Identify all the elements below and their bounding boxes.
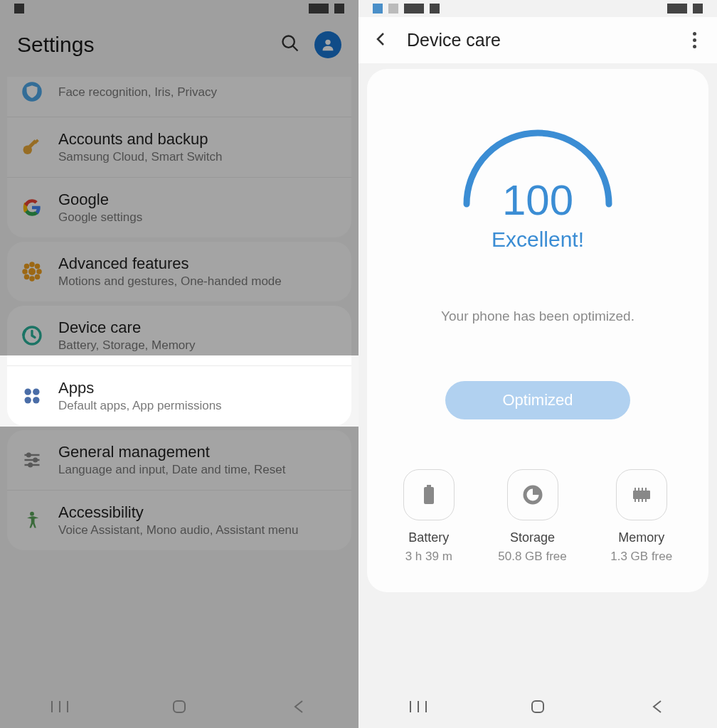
svg-point-17 <box>25 389 31 395</box>
svg-point-24 <box>27 454 31 457</box>
accessibility-icon <box>20 508 44 532</box>
stat-value: 50.8 GB free <box>498 550 566 564</box>
stat-storage[interactable]: Storage 50.8 GB free <box>498 469 566 564</box>
svg-point-0 <box>283 36 294 48</box>
settings-item-title: Accounts and backup <box>58 130 339 149</box>
optimize-button[interactable]: Optimized <box>445 381 630 419</box>
status-bar <box>358 0 717 17</box>
settings-item-title: Accessibility <box>58 503 339 522</box>
settings-item-title: Google <box>58 191 339 209</box>
device-care-icon <box>20 323 44 348</box>
settings-item-title: General management <box>58 443 339 461</box>
score-label: Excellent! <box>492 228 584 252</box>
svg-rect-37 <box>638 488 639 491</box>
left-phone-settings: Settings Face recognition, Iris, Privacy <box>0 0 358 728</box>
settings-group: Face recognition, Iris, Privacy Accounts… <box>7 77 351 237</box>
optimized-message: Your phone has been optimized. <box>441 309 634 324</box>
stat-memory[interactable]: Memory 1.3 GB free <box>610 469 672 564</box>
settings-item-device-care[interactable]: Device care Battery, Storage, Memory <box>7 306 351 366</box>
page-title: Settings <box>17 33 94 57</box>
settings-item-subtitle: Language and input, Date and time, Reset <box>58 463 339 477</box>
settings-item-subtitle: Samsung Cloud, Smart Switch <box>58 150 339 164</box>
settings-item-title: Advanced features <box>58 255 339 273</box>
svg-rect-39 <box>645 488 647 491</box>
recents-button[interactable] <box>404 692 432 721</box>
stats-row: Battery 3 h 39 m Storage 50.8 GB free Me… <box>381 469 694 564</box>
device-care-card: 100 Excellent! Your phone has been optim… <box>367 69 708 592</box>
svg-point-8 <box>29 262 35 267</box>
shield-icon <box>20 80 44 104</box>
svg-point-11 <box>36 269 42 274</box>
key-icon <box>20 135 44 159</box>
svg-rect-47 <box>532 701 543 712</box>
svg-point-10 <box>22 269 28 274</box>
right-phone-device-care: Device care 100 Excellent! Your phone ha… <box>358 0 717 728</box>
settings-item-accounts[interactable]: Accounts and backup Samsung Cloud, Smart… <box>7 117 351 178</box>
svg-rect-33 <box>427 485 431 487</box>
storage-icon <box>507 469 558 520</box>
settings-item-apps[interactable]: Apps Default apps, App permissions <box>7 366 351 426</box>
settings-item-title: Apps <box>58 379 339 397</box>
stat-label: Memory <box>618 530 664 545</box>
svg-line-1 <box>293 46 298 51</box>
settings-item-subtitle: Google settings <box>58 210 339 225</box>
svg-point-2 <box>325 40 330 45</box>
settings-item-general[interactable]: General management Language and input, D… <box>7 430 351 491</box>
svg-point-26 <box>28 464 32 467</box>
home-button[interactable] <box>524 692 552 721</box>
svg-point-12 <box>24 264 30 269</box>
search-icon[interactable] <box>280 33 300 56</box>
more-icon[interactable] <box>686 32 703 48</box>
svg-point-15 <box>35 274 41 280</box>
device-care-header: Device care <box>358 17 717 63</box>
svg-point-7 <box>28 268 36 275</box>
settings-group: Advanced features Motions and gestures, … <box>7 242 351 301</box>
google-icon <box>20 196 44 220</box>
settings-group: General management Language and input, D… <box>7 430 351 550</box>
svg-point-27 <box>30 512 34 516</box>
svg-rect-40 <box>634 499 636 502</box>
profile-avatar[interactable] <box>314 31 341 58</box>
settings-item-google[interactable]: Google Google settings <box>7 178 351 237</box>
sliders-icon <box>20 448 44 472</box>
back-icon[interactable] <box>373 31 407 50</box>
svg-rect-43 <box>645 499 647 502</box>
back-button[interactable] <box>643 692 671 721</box>
settings-header: Settings <box>0 17 358 73</box>
stat-value: 1.3 GB free <box>610 550 672 564</box>
stat-label: Battery <box>408 530 449 545</box>
settings-item-subtitle: Battery, Storage, Memory <box>58 338 339 353</box>
back-button[interactable] <box>285 692 313 721</box>
home-button[interactable] <box>165 692 193 721</box>
recents-button[interactable] <box>46 692 74 721</box>
svg-rect-35 <box>633 491 650 499</box>
svg-rect-41 <box>638 499 639 502</box>
svg-point-18 <box>33 389 39 395</box>
svg-point-19 <box>25 397 31 403</box>
settings-item-accessibility[interactable]: Accessibility Voice Assistant, Mono audi… <box>7 491 351 550</box>
stat-battery[interactable]: Battery 3 h 39 m <box>403 469 455 564</box>
settings-group-highlight: Device care Battery, Storage, Memory App… <box>7 306 351 426</box>
stat-label: Storage <box>510 530 555 545</box>
svg-rect-42 <box>642 499 643 502</box>
settings-item-subtitle: Default apps, App permissions <box>58 399 339 413</box>
svg-point-9 <box>29 276 35 282</box>
svg-rect-31 <box>174 701 185 712</box>
gear-flower-icon <box>20 259 44 284</box>
score-gauge <box>445 112 630 211</box>
settings-item-biometrics[interactable]: Face recognition, Iris, Privacy <box>7 77 351 117</box>
svg-point-14 <box>24 274 30 280</box>
battery-icon <box>403 469 455 520</box>
settings-item-subtitle: Voice Assistant, Mono audio, Assistant m… <box>58 523 339 537</box>
svg-rect-32 <box>424 487 434 504</box>
svg-point-25 <box>33 459 37 462</box>
status-bar <box>0 0 358 17</box>
settings-item-title: Device care <box>58 318 339 337</box>
svg-point-20 <box>33 397 39 403</box>
settings-item-advanced[interactable]: Advanced features Motions and gestures, … <box>7 242 351 301</box>
page-title: Device care <box>407 30 686 50</box>
android-navbar <box>0 685 358 728</box>
settings-item-subtitle: Face recognition, Iris, Privacy <box>58 85 339 100</box>
memory-icon <box>616 469 667 520</box>
svg-rect-36 <box>634 488 636 491</box>
